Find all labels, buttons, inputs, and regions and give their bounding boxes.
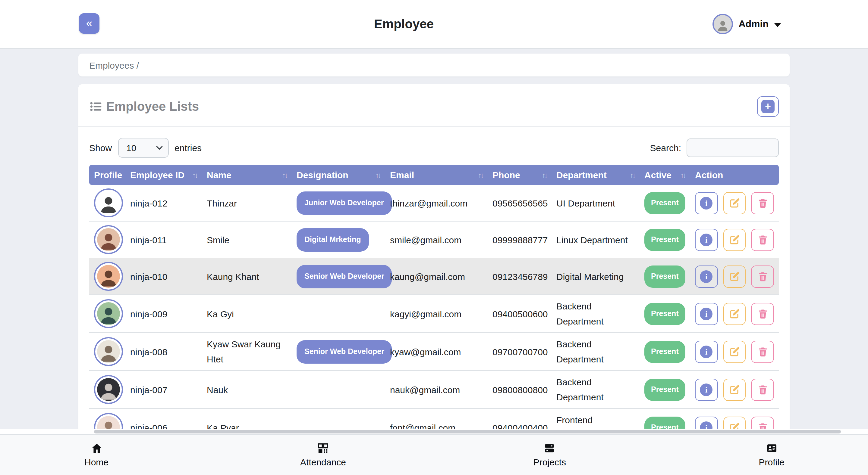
table-row[interactable]: ninja-010 Kaung Khant Senior Web Develop… <box>89 258 779 295</box>
edit-button[interactable] <box>723 265 746 287</box>
admin-menu[interactable]: Admin <box>712 0 781 48</box>
active-badge: Present <box>644 192 685 214</box>
info-button[interactable]: i <box>695 265 718 287</box>
designation-cell: Junior Web Developer <box>292 185 385 221</box>
edit-icon <box>729 384 740 395</box>
employee-id-cell: ninja-009 <box>125 295 202 333</box>
department-cell: Backend Department <box>552 333 640 371</box>
email-cell: smile@gmail.com <box>385 221 488 258</box>
edit-icon <box>729 308 740 319</box>
id-card-icon <box>766 442 777 454</box>
edit-button[interactable] <box>723 303 746 325</box>
designation-cell: Senior Web Developer <box>292 258 385 295</box>
designation-badge: Junior Web Developer <box>297 191 392 215</box>
column-header-phone[interactable]: Phone↑↓ <box>488 165 552 185</box>
info-button[interactable]: i <box>695 303 718 325</box>
delete-button[interactable] <box>751 378 774 401</box>
email-cell: kagyi@gmail.com <box>385 295 488 333</box>
action-cell: i <box>690 185 779 221</box>
employee-avatar-photo <box>97 378 120 401</box>
designation-cell <box>292 371 385 408</box>
breadcrumb-link-employees[interactable]: Employees / <box>89 60 139 70</box>
designation-badge: Senior Web Developer <box>297 265 392 288</box>
app-window: « Employee Admin Employees / Employee Li… <box>0 0 868 475</box>
nav-item-attendance[interactable]: Attendance <box>300 442 346 467</box>
person-icon <box>98 305 119 325</box>
action-cell: i <box>690 371 779 408</box>
column-header-name[interactable]: Name↑↓ <box>202 165 292 185</box>
nav-label: Projects <box>533 457 566 467</box>
delete-button[interactable] <box>751 229 774 251</box>
employee-avatar <box>94 225 123 254</box>
delete-button[interactable] <box>751 340 774 363</box>
info-button[interactable]: i <box>695 340 718 363</box>
nav-item-projects[interactable]: Projects <box>532 442 568 467</box>
nav-item-profile[interactable]: Profile <box>753 442 789 467</box>
table-row[interactable]: ninja-007 Nauk nauk@gmail.com 0980080080… <box>89 371 779 408</box>
delete-button[interactable] <box>751 265 774 287</box>
page-size-select[interactable]: 10 <box>118 138 168 158</box>
phone-cell: 09999888777 <box>488 221 552 258</box>
email-cell: thinzar@gmail.com <box>385 185 488 221</box>
info-icon: i <box>700 270 713 283</box>
column-header-designation[interactable]: Designation↑↓ <box>292 165 385 185</box>
table-row[interactable]: ninja-012 Thinzar Junior Web Developer t… <box>89 185 779 221</box>
phone-cell: 09400500600 <box>488 295 552 333</box>
delete-button[interactable] <box>751 303 774 325</box>
scrollbar-thumb[interactable] <box>94 430 841 433</box>
trash-icon <box>757 384 768 395</box>
top-header: « Employee Admin <box>0 0 868 49</box>
table-controls: Show 10 entries Search: <box>89 138 779 158</box>
card-title: Employee Lists <box>106 99 757 114</box>
action-cell: i <box>690 221 779 258</box>
column-header-email[interactable]: Email↑↓ <box>385 165 488 185</box>
info-button[interactable]: i <box>695 192 718 214</box>
active-cell: Present <box>640 295 690 333</box>
active-badge: Present <box>644 340 685 363</box>
list-ul-icon <box>89 100 102 113</box>
active-cell: Present <box>640 371 690 408</box>
info-button[interactable]: i <box>695 378 718 401</box>
employee-id-cell: ninja-007 <box>125 371 202 408</box>
phone-cell: 09700700700 <box>488 333 552 371</box>
column-header-department[interactable]: Department↑↓ <box>552 165 640 185</box>
info-button[interactable]: i <box>695 229 718 251</box>
edit-button[interactable] <box>723 192 746 214</box>
info-icon: i <box>700 307 713 320</box>
edit-button[interactable] <box>723 378 746 401</box>
sort-icon: ↑↓ <box>681 171 685 179</box>
table-row[interactable]: ninja-011 Smile Digital Mrketing smile@g… <box>89 221 779 258</box>
employee-avatar <box>94 189 123 217</box>
department-cell: UI Department <box>552 185 640 221</box>
table-row[interactable]: ninja-008 Kyaw Swar Kaung Htet Senior We… <box>89 333 779 371</box>
active-badge: Present <box>644 378 685 401</box>
designation-cell: Senior Web Developer <box>292 333 385 371</box>
sort-icon: ↑↓ <box>282 171 287 179</box>
edit-button[interactable] <box>723 229 746 251</box>
person-icon <box>98 194 119 214</box>
employee-id-cell: ninja-008 <box>125 333 202 371</box>
nav-item-home[interactable]: Home <box>79 442 115 467</box>
designation-cell <box>292 295 385 333</box>
employee-table: Profile Employee ID↑↓ Name↑↓ Designation… <box>89 165 779 447</box>
nav-label: Attendance <box>300 457 346 467</box>
page-content: Employees / Employee Lists + Show <box>0 49 868 457</box>
delete-button[interactable] <box>751 192 774 214</box>
edit-button[interactable] <box>723 340 746 363</box>
phone-cell: 09123456789 <box>488 258 552 295</box>
add-employee-button[interactable]: + <box>757 96 779 117</box>
page-size-value: 10 <box>126 143 136 153</box>
employee-name-cell: Thinzar <box>202 185 292 221</box>
active-badge: Present <box>644 265 685 287</box>
column-header-active[interactable]: Active↑↓ <box>640 165 690 185</box>
column-header-profile: Profile <box>89 165 125 185</box>
column-header-employee-id[interactable]: Employee ID↑↓ <box>125 165 202 185</box>
divider <box>79 127 789 127</box>
info-icon: i <box>700 233 713 246</box>
page-title: Employee <box>0 0 808 48</box>
table-row[interactable]: ninja-009 Ka Gyi kagyi@gmail.com 0940050… <box>89 295 779 333</box>
search-label: Search: <box>650 143 681 153</box>
active-cell: Present <box>640 185 690 221</box>
search-input[interactable] <box>687 138 779 157</box>
person-icon <box>98 231 119 251</box>
